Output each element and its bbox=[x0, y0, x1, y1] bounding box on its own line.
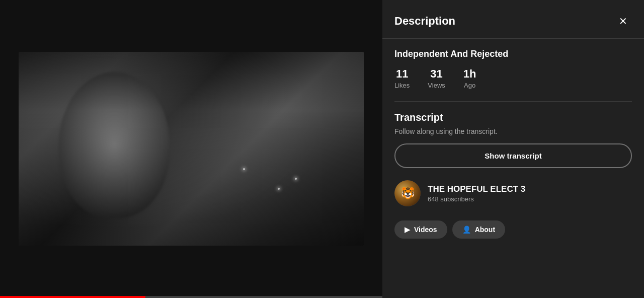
channel-subscribers: 648 subscribers bbox=[428, 195, 632, 203]
channel-section: 🐯 THE HOPEFUL ELECT 3 648 subscribers bbox=[394, 180, 632, 214]
channel-buttons: ▶ Videos 👤 About bbox=[394, 220, 632, 239]
views-label: Views bbox=[428, 82, 445, 89]
play-icon: ▶ bbox=[405, 226, 410, 234]
progress-bar-fill bbox=[0, 296, 145, 298]
show-transcript-button[interactable]: Show transcript bbox=[394, 143, 632, 168]
stats-row: 11 Likes 31 Views 1h Ago bbox=[394, 67, 632, 89]
video-thumbnail bbox=[19, 52, 364, 246]
panel-content: Independent And Rejected 11 Likes 31 Vie… bbox=[382, 39, 644, 298]
ago-label: Ago bbox=[464, 82, 475, 89]
channel-name: THE HOPEFUL ELECT 3 bbox=[428, 184, 632, 195]
likes-label: Likes bbox=[394, 82, 410, 89]
videos-button[interactable]: ▶ Videos bbox=[394, 220, 447, 239]
avatar-image: 🐯 bbox=[394, 180, 421, 206]
panel-header: Description ✕ bbox=[382, 0, 644, 39]
avatar-emoji: 🐯 bbox=[401, 187, 415, 200]
videos-button-label: Videos bbox=[414, 226, 437, 234]
channel-info: THE HOPEFUL ELECT 3 648 subscribers bbox=[428, 184, 632, 202]
likes-number: 11 bbox=[396, 67, 408, 81]
transcript-heading: Transcript bbox=[394, 112, 632, 123]
stat-ago: 1h Ago bbox=[463, 67, 476, 89]
about-button-label: About bbox=[475, 226, 495, 234]
progress-bar-container[interactable] bbox=[0, 296, 382, 298]
stat-likes: 11 Likes bbox=[394, 67, 410, 89]
panel-title: Description bbox=[394, 15, 455, 28]
transcript-subtext: Follow along using the transcript. bbox=[394, 127, 632, 135]
description-panel: Description ✕ Independent And Rejected 1… bbox=[382, 0, 644, 298]
about-button[interactable]: 👤 About bbox=[452, 220, 505, 239]
ago-number: 1h bbox=[463, 67, 476, 81]
person-icon: 👤 bbox=[462, 226, 471, 234]
close-button[interactable]: ✕ bbox=[614, 12, 632, 30]
video-title: Independent And Rejected bbox=[394, 49, 632, 59]
divider-stats bbox=[394, 101, 632, 102]
channel-avatar[interactable]: 🐯 bbox=[394, 180, 421, 206]
stat-views: 31 Views bbox=[428, 67, 445, 89]
transcript-section: Transcript Follow along using the transc… bbox=[394, 112, 632, 168]
video-area bbox=[0, 0, 382, 298]
views-number: 31 bbox=[430, 67, 442, 81]
